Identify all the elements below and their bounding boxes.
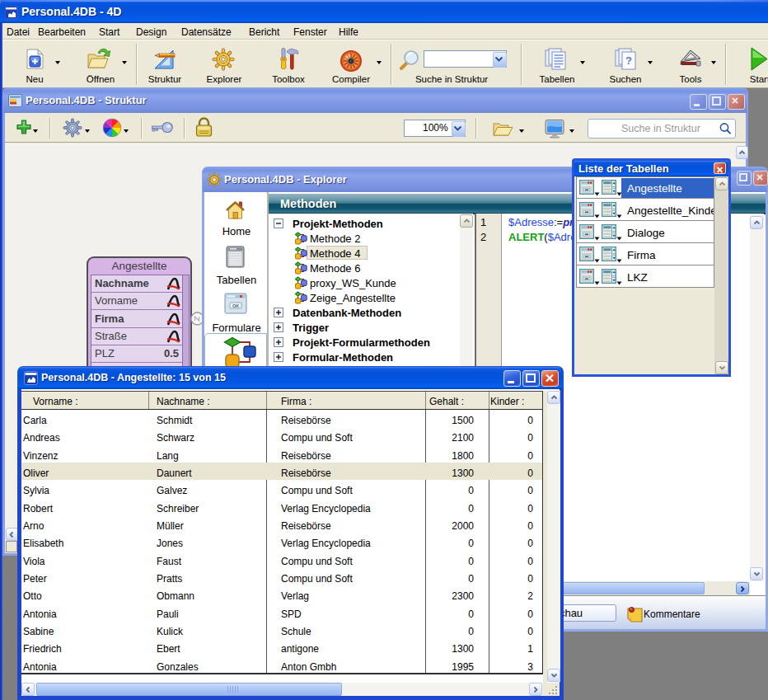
svg-text:?: ?	[625, 54, 632, 67]
svg-text:OK: OK	[232, 303, 239, 308]
